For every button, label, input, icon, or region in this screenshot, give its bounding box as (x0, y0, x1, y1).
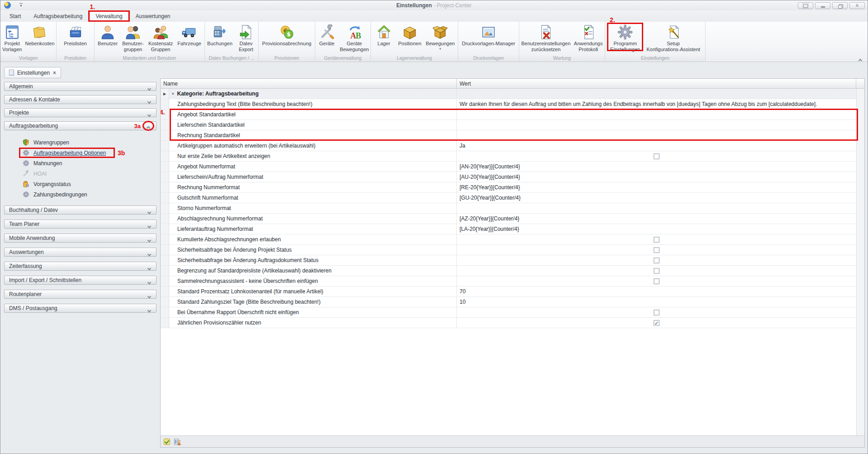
checkbox[interactable] (654, 278, 659, 284)
settings-grid: Name Wert ▶ ▾ Kategorie: Auftragsbearbei… (160, 78, 865, 448)
sidebar-section-import-export-schnittstellen[interactable]: Import / Export / Schnittstellen (4, 276, 157, 285)
tab-auswertungen[interactable]: Auswertungen (130, 11, 176, 22)
collapse-ribbon-icon[interactable] (859, 56, 863, 60)
bewegungen-button[interactable]: Bewegungen ▼ (424, 24, 456, 51)
ribbon-group-datev: Buchungen Datev Export Datev Buchungen /… (205, 22, 259, 62)
checkbox[interactable] (654, 153, 659, 159)
checkbox-checked[interactable]: ✓ (654, 320, 659, 326)
datev-export-button[interactable]: Datev Export (235, 24, 257, 53)
sidebar-item-mahnungen[interactable]: Mahnungen (3, 158, 158, 168)
field-chooser-icon[interactable] (174, 438, 181, 445)
value-cell[interactable]: [AN-20{Year}]{Counter/4} (457, 162, 856, 172)
lager-button[interactable]: Lager (373, 24, 395, 48)
checkbox[interactable] (654, 268, 659, 274)
sidebar-section-mobile-anwendung[interactable]: Mobile Anwendung (4, 234, 157, 243)
table-row: Lieferantauftrag Nummerformat [LA-20{Yea… (161, 224, 856, 234)
cost-group-icon (153, 24, 168, 40)
buchungen-button[interactable]: Buchungen (206, 24, 234, 48)
fullscreen-button[interactable] (798, 2, 813, 9)
column-header-wert[interactable]: Wert (457, 79, 856, 88)
druckvorlagen-manager-button[interactable]: Druckvorlagen-Manager (460, 24, 517, 48)
truck-icon (182, 24, 197, 40)
sidebar-section-allgemein[interactable]: Allgemein (4, 82, 157, 91)
value-cell[interactable]: 10 (457, 297, 856, 307)
setup-konfigurations-assistent-button[interactable]: Setup Konfigurations-Assistent (645, 24, 702, 53)
tab-start[interactable]: Start (4, 11, 26, 22)
anwendungs-protokoll-button[interactable]: Anwendungs Protokoll (573, 24, 604, 53)
value-cell[interactable]: [LA-20{Year}]{Counter/4} (457, 224, 856, 234)
close-icon: X (856, 4, 859, 8)
value-cell[interactable]: [GU-20{Year}]{Counter/4} (457, 193, 856, 203)
status-box-icon (23, 181, 29, 187)
chevron-down-icon (148, 111, 151, 118)
sidebar-section-routenplaner[interactable]: Routenplaner (4, 290, 157, 299)
tab-verwaltung[interactable]: Verwaltung (90, 11, 128, 22)
ribbon-group-label: Wartung (519, 55, 605, 62)
sidebar-section-zeiterfassung[interactable]: Zeiterfassung (4, 262, 157, 271)
ribbon-group-label: Preislisten (57, 55, 94, 62)
sidebar-item-vorgangsstatus[interactable]: Vorgangsstatus (3, 179, 158, 189)
document-tab-einstellungen[interactable]: Einstellungen × (4, 67, 61, 78)
user-group-icon (125, 24, 141, 40)
sidebar-item-auftragsbearbeitung-optionen[interactable]: Auftragsbearbeitung Optionen 3b (3, 148, 158, 158)
sidebar-section-auftragsbearbeitung[interactable]: Auftragsbearbeitung 3a (4, 121, 157, 130)
collapse-expander-icon[interactable]: ▾ (172, 91, 174, 96)
checkbox[interactable] (654, 247, 659, 253)
provisionsabrechnung-button[interactable]: €$ Provisionsabrechnung (261, 24, 313, 48)
ribbon-group-einstellungen: Programm Einstellungen 2. Setup Konfigur… (605, 22, 706, 62)
kostensatz-gruppen-button[interactable]: Kostensatz Gruppen (147, 24, 174, 53)
svg-text:$: $ (287, 31, 291, 38)
table-row: Jährlichen Provisionszähler nutzen ✓ (161, 318, 856, 328)
document-delete-icon (538, 24, 554, 40)
checkbox[interactable] (654, 310, 659, 315)
benutzereinstellungen-zuruecksetzen-button[interactable]: Benutzereinstellungen zurücksetzen (520, 24, 572, 53)
sidebar-section-buchhaltung-datev[interactable]: Buchhaltung / Datev (4, 205, 157, 215)
tab-auftragsbearbeitung[interactable]: Auftragsbearbeitung (28, 11, 88, 22)
sidebar-item-zahlungsbedingungen[interactable]: Zahlungsbedingungen (3, 189, 158, 200)
window-title-document: Einstellungen (396, 2, 432, 9)
geraete-button[interactable]: Geräte (316, 24, 338, 48)
chevron-down-icon (148, 85, 151, 91)
setting-name: Sammelrechnungsassistent - keine Übersch… (169, 276, 457, 286)
nebenkosten-button[interactable]: Nebenkosten (24, 24, 56, 48)
tab-close-icon[interactable]: × (53, 70, 56, 76)
value-cell[interactable]: [AU-20{Year}]{Counter/4} (457, 172, 856, 182)
projekt-vorlagen-button[interactable]: Projekt Vorlagen (1, 24, 24, 53)
sidebar-item-warengruppen[interactable]: Warengruppen (3, 137, 158, 148)
edit-validate-icon[interactable] (163, 438, 171, 445)
setting-name: Angebot Nummerformat (169, 162, 457, 172)
value-cell[interactable]: 70 (457, 287, 856, 296)
value-cell[interactable]: Wir danken Ihnen für diesen Auftrag und … (457, 99, 856, 109)
preislisten-button[interactable]: Preislisten (62, 24, 88, 48)
fahrzeuge-button[interactable]: Fahrzeuge (176, 24, 203, 48)
ribbon-group-label: Datev Buchungen / ... (205, 55, 258, 62)
sidebar-section-dms-postausgang[interactable]: DMS / Postausgang (4, 304, 157, 313)
coins-icon: €$ (279, 24, 294, 40)
benutzergruppen-button[interactable]: Benutzer- gruppen (121, 24, 145, 53)
positionen-button[interactable]: Positionen (397, 24, 422, 48)
title-bar: ▼ Einstellungen - Project-Center X (0, 0, 868, 10)
value-cell[interactable] (457, 203, 856, 213)
restore-icon (838, 4, 842, 8)
restore-button[interactable] (832, 2, 848, 9)
sidebar-section-projekte[interactable]: Projekte (4, 108, 157, 117)
box-icon (402, 24, 417, 40)
benutzer-button[interactable]: Benutzer (96, 24, 119, 48)
quick-access-dropdown-icon[interactable]: ▼ (19, 3, 23, 7)
value-cell[interactable]: Ja (457, 141, 856, 151)
geraete-bewegungen-button[interactable]: AB Geräte Bewegungen (338, 24, 370, 53)
sidebar-section-auswertungen[interactable]: Auswertungen (4, 248, 157, 257)
value-cell[interactable]: [AZ-20{Year}]{Counter/4} (457, 214, 856, 224)
sidebar-section-adressen-kontakte[interactable]: Adressen & Kontakte (4, 95, 157, 104)
close-button[interactable]: X (849, 2, 865, 9)
minimize-button[interactable] (815, 2, 830, 9)
annotation-label-3a: 3a (134, 123, 141, 129)
category-row[interactable]: ▶ ▾ Kategorie: Auftragsbearbeitung (161, 89, 856, 99)
column-header-name[interactable]: Name (161, 79, 457, 88)
checkbox[interactable] (654, 237, 659, 243)
value-cell[interactable]: [RE-20{Year}]{Counter/4} (457, 182, 856, 192)
sidebar-section-team-planer[interactable]: Team Planer (4, 220, 157, 229)
ribbon-group-vorlagen: Projekt Vorlagen Nebenkosten Vorlagen (0, 22, 57, 62)
programm-einstellungen-button[interactable]: Programm Einstellungen (609, 24, 641, 53)
checkbox[interactable] (654, 258, 659, 263)
